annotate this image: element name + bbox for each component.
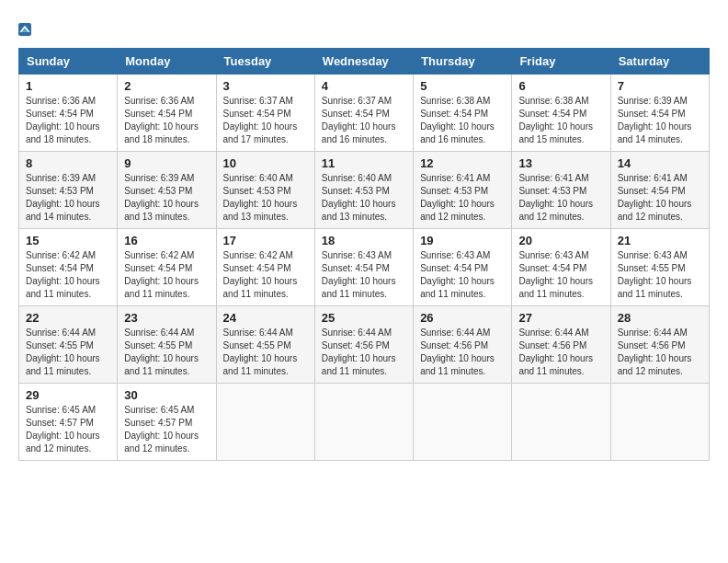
calendar-cell: 27Sunrise: 6:44 AMSunset: 4:56 PMDayligh… <box>512 306 610 384</box>
day-info: Sunrise: 6:44 AMSunset: 4:55 PMDaylight:… <box>223 327 308 378</box>
calendar-cell: 4Sunrise: 6:37 AMSunset: 4:54 PMDaylight… <box>314 75 413 152</box>
day-info: Sunrise: 6:45 AMSunset: 4:57 PMDaylight:… <box>26 404 110 455</box>
day-number: 30 <box>124 388 209 402</box>
calendar-cell: 20Sunrise: 6:43 AMSunset: 4:54 PMDayligh… <box>512 229 610 306</box>
day-number: 21 <box>618 234 702 247</box>
day-info: Sunrise: 6:41 AMSunset: 4:53 PMDaylight:… <box>420 172 505 224</box>
calendar-cell: 14Sunrise: 6:41 AMSunset: 4:54 PMDayligh… <box>610 152 709 229</box>
day-info: Sunrise: 6:42 AMSunset: 4:54 PMDaylight:… <box>223 249 308 301</box>
calendar-cell: 5Sunrise: 6:38 AMSunset: 4:54 PMDaylight… <box>414 75 512 152</box>
logo <box>18 18 33 39</box>
day-number: 14 <box>618 156 702 170</box>
day-number: 20 <box>518 234 603 247</box>
day-number: 29 <box>26 388 110 402</box>
day-number: 2 <box>124 79 209 93</box>
day-info: Sunrise: 6:36 AMSunset: 4:54 PMDaylight:… <box>26 95 110 146</box>
calendar-cell: 25Sunrise: 6:44 AMSunset: 4:56 PMDayligh… <box>314 306 413 384</box>
day-info: Sunrise: 6:44 AMSunset: 4:56 PMDaylight:… <box>518 327 603 378</box>
day-info: Sunrise: 6:37 AMSunset: 4:54 PMDaylight:… <box>322 95 406 146</box>
day-number: 12 <box>420 156 505 170</box>
day-number: 9 <box>124 156 209 170</box>
day-info: Sunrise: 6:40 AMSunset: 4:53 PMDaylight:… <box>322 172 406 224</box>
day-number: 22 <box>26 311 110 325</box>
calendar-table: SundayMondayTuesdayWednesdayThursdayFrid… <box>18 48 710 461</box>
calendar-weekday-tuesday: Tuesday <box>216 49 314 75</box>
day-number: 11 <box>322 156 406 170</box>
day-number: 18 <box>322 234 406 247</box>
day-info: Sunrise: 6:44 AMSunset: 4:56 PMDaylight:… <box>322 327 406 378</box>
calendar-cell: 22Sunrise: 6:44 AMSunset: 4:55 PMDayligh… <box>19 306 118 384</box>
day-info: Sunrise: 6:43 AMSunset: 4:55 PMDaylight:… <box>618 249 702 301</box>
day-info: Sunrise: 6:44 AMSunset: 4:56 PMDaylight:… <box>618 327 702 378</box>
day-info: Sunrise: 6:36 AMSunset: 4:54 PMDaylight:… <box>124 95 209 146</box>
day-info: Sunrise: 6:44 AMSunset: 4:56 PMDaylight:… <box>420 327 505 378</box>
day-number: 25 <box>322 311 406 325</box>
calendar-cell: 18Sunrise: 6:43 AMSunset: 4:54 PMDayligh… <box>314 229 413 306</box>
day-info: Sunrise: 6:41 AMSunset: 4:53 PMDaylight:… <box>518 172 603 224</box>
day-info: Sunrise: 6:44 AMSunset: 4:55 PMDaylight:… <box>26 327 110 378</box>
day-number: 1 <box>26 79 110 93</box>
day-info: Sunrise: 6:42 AMSunset: 4:54 PMDaylight:… <box>26 249 110 301</box>
calendar-cell: 1Sunrise: 6:36 AMSunset: 4:54 PMDaylight… <box>19 75 118 152</box>
calendar-weekday-saturday: Saturday <box>610 49 709 75</box>
calendar-cell: 7Sunrise: 6:39 AMSunset: 4:54 PMDaylight… <box>610 75 709 152</box>
calendar-cell: 24Sunrise: 6:44 AMSunset: 4:55 PMDayligh… <box>216 306 314 384</box>
calendar-week-row: 22Sunrise: 6:44 AMSunset: 4:55 PMDayligh… <box>19 306 710 384</box>
calendar-cell <box>610 384 709 461</box>
day-number: 26 <box>420 311 505 325</box>
calendar-cell: 19Sunrise: 6:43 AMSunset: 4:54 PMDayligh… <box>414 229 512 306</box>
calendar-cell: 29Sunrise: 6:45 AMSunset: 4:57 PMDayligh… <box>19 384 118 461</box>
calendar-cell: 9Sunrise: 6:39 AMSunset: 4:53 PMDaylight… <box>118 152 216 229</box>
day-info: Sunrise: 6:39 AMSunset: 4:54 PMDaylight:… <box>618 95 702 146</box>
day-info: Sunrise: 6:44 AMSunset: 4:55 PMDaylight:… <box>124 327 209 378</box>
day-number: 24 <box>223 311 308 325</box>
day-number: 3 <box>223 79 308 93</box>
day-info: Sunrise: 6:38 AMSunset: 4:54 PMDaylight:… <box>420 95 505 146</box>
day-info: Sunrise: 6:39 AMSunset: 4:53 PMDaylight:… <box>26 172 110 224</box>
calendar-cell: 2Sunrise: 6:36 AMSunset: 4:54 PMDaylight… <box>118 75 216 152</box>
logo-text <box>18 18 33 39</box>
day-number: 6 <box>518 79 603 93</box>
day-info: Sunrise: 6:43 AMSunset: 4:54 PMDaylight:… <box>518 249 603 301</box>
calendar-cell: 26Sunrise: 6:44 AMSunset: 4:56 PMDayligh… <box>414 306 512 384</box>
calendar-cell: 3Sunrise: 6:37 AMSunset: 4:54 PMDaylight… <box>216 75 314 152</box>
calendar-weekday-friday: Friday <box>512 49 610 75</box>
calendar-cell: 11Sunrise: 6:40 AMSunset: 4:53 PMDayligh… <box>314 152 413 229</box>
day-number: 16 <box>124 234 209 247</box>
calendar-cell: 15Sunrise: 6:42 AMSunset: 4:54 PMDayligh… <box>19 229 118 306</box>
day-number: 28 <box>618 311 702 325</box>
calendar-cell: 21Sunrise: 6:43 AMSunset: 4:55 PMDayligh… <box>610 229 709 306</box>
logo-icon <box>18 23 31 36</box>
day-number: 17 <box>223 234 308 247</box>
calendar-cell: 12Sunrise: 6:41 AMSunset: 4:53 PMDayligh… <box>414 152 512 229</box>
day-number: 7 <box>618 79 702 93</box>
day-number: 19 <box>420 234 505 247</box>
day-number: 10 <box>223 156 308 170</box>
day-info: Sunrise: 6:43 AMSunset: 4:54 PMDaylight:… <box>322 249 406 301</box>
day-info: Sunrise: 6:40 AMSunset: 4:53 PMDaylight:… <box>223 172 308 224</box>
calendar-week-row: 15Sunrise: 6:42 AMSunset: 4:54 PMDayligh… <box>19 229 710 306</box>
calendar-weekday-wednesday: Wednesday <box>314 49 413 75</box>
calendar-cell <box>216 384 314 461</box>
day-number: 8 <box>26 156 110 170</box>
day-number: 15 <box>26 234 110 247</box>
calendar-cell: 23Sunrise: 6:44 AMSunset: 4:55 PMDayligh… <box>118 306 216 384</box>
day-info: Sunrise: 6:43 AMSunset: 4:54 PMDaylight:… <box>420 249 505 301</box>
day-info: Sunrise: 6:42 AMSunset: 4:54 PMDaylight:… <box>124 249 209 301</box>
calendar-cell: 16Sunrise: 6:42 AMSunset: 4:54 PMDayligh… <box>118 229 216 306</box>
calendar-header-row: SundayMondayTuesdayWednesdayThursdayFrid… <box>19 49 710 75</box>
day-info: Sunrise: 6:38 AMSunset: 4:54 PMDaylight:… <box>518 95 603 146</box>
day-number: 23 <box>124 311 209 325</box>
day-info: Sunrise: 6:37 AMSunset: 4:54 PMDaylight:… <box>223 95 308 146</box>
calendar-cell: 8Sunrise: 6:39 AMSunset: 4:53 PMDaylight… <box>19 152 118 229</box>
day-number: 4 <box>322 79 406 93</box>
calendar-weekday-sunday: Sunday <box>19 49 118 75</box>
calendar-week-row: 29Sunrise: 6:45 AMSunset: 4:57 PMDayligh… <box>19 384 710 461</box>
calendar-cell: 10Sunrise: 6:40 AMSunset: 4:53 PMDayligh… <box>216 152 314 229</box>
calendar-week-row: 1Sunrise: 6:36 AMSunset: 4:54 PMDaylight… <box>19 75 710 152</box>
day-info: Sunrise: 6:45 AMSunset: 4:57 PMDaylight:… <box>124 404 209 455</box>
calendar-weekday-monday: Monday <box>118 49 216 75</box>
day-info: Sunrise: 6:41 AMSunset: 4:54 PMDaylight:… <box>618 172 702 224</box>
calendar-cell <box>414 384 512 461</box>
calendar-cell: 13Sunrise: 6:41 AMSunset: 4:53 PMDayligh… <box>512 152 610 229</box>
